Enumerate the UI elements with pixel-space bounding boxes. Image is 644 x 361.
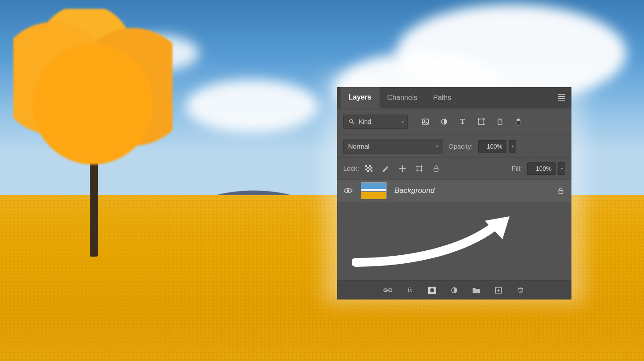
- svg-rect-19: [371, 170, 372, 172]
- lock-artboard-icon[interactable]: [415, 164, 424, 173]
- svg-rect-21: [434, 168, 438, 171]
- add-mask-icon[interactable]: [428, 286, 437, 295]
- svg-rect-20: [417, 166, 422, 171]
- svg-rect-15: [371, 167, 372, 169]
- lock-all-icon[interactable]: [432, 164, 441, 173]
- svg-rect-17: [369, 169, 371, 170]
- filter-toggle-icon[interactable]: [514, 117, 523, 126]
- svg-point-6: [478, 118, 479, 119]
- search-icon: [347, 117, 356, 126]
- annotation-arrow: [352, 210, 516, 268]
- svg-rect-12: [365, 165, 367, 167]
- layer-style-icon[interactable]: fx: [406, 286, 414, 295]
- shape-filter-icon[interactable]: [477, 117, 486, 126]
- delete-layer-icon[interactable]: [516, 286, 525, 295]
- tab-channels[interactable]: Channels: [380, 87, 426, 108]
- panel-tabs: Layers Channels Paths: [337, 87, 571, 108]
- svg-line-1: [353, 122, 354, 124]
- type-filter-icon[interactable]: T: [458, 117, 467, 126]
- blend-mode-value: Normal: [348, 142, 369, 150]
- layer-locked-icon[interactable]: [556, 186, 565, 195]
- layers-panel: Layers Channels Paths Kind ▾ T: [337, 87, 571, 290]
- chevron-down-icon: ▾: [402, 119, 404, 124]
- svg-point-28: [430, 288, 434, 292]
- svg-point-9: [483, 123, 484, 124]
- opacity-stepper[interactable]: ▾: [509, 140, 516, 153]
- new-adjustment-icon[interactable]: [450, 286, 459, 295]
- adjustment-filter-icon[interactable]: [440, 117, 448, 126]
- image-filter-icon[interactable]: [421, 117, 430, 126]
- svg-point-8: [478, 123, 479, 124]
- lock-brush-icon[interactable]: [381, 164, 390, 173]
- svg-rect-16: [365, 169, 367, 170]
- tab-paths[interactable]: Paths: [425, 87, 459, 108]
- tab-layers[interactable]: Layers: [341, 87, 380, 108]
- layer-thumbnail[interactable]: [361, 182, 387, 199]
- svg-rect-23: [559, 190, 563, 193]
- svg-rect-14: [367, 167, 369, 169]
- svg-point-7: [483, 118, 484, 119]
- svg-point-3: [424, 120, 425, 121]
- blend-mode-select[interactable]: Normal ▾: [343, 139, 443, 154]
- svg-point-11: [517, 119, 520, 121]
- lock-pixels-icon[interactable]: [364, 164, 373, 173]
- svg-point-0: [349, 119, 353, 123]
- lock-label: Lock:: [343, 165, 359, 172]
- layers-list-area[interactable]: [337, 202, 571, 280]
- panel-menu-icon[interactable]: [558, 93, 568, 103]
- fill-input[interactable]: 100%: [527, 162, 556, 175]
- svg-rect-5: [479, 119, 484, 124]
- visibility-icon[interactable]: [343, 186, 353, 195]
- opacity-input[interactable]: 100%: [478, 140, 506, 153]
- new-layer-icon[interactable]: [494, 286, 503, 295]
- new-group-icon[interactable]: [472, 286, 481, 295]
- layer-row-background[interactable]: Background: [337, 179, 571, 202]
- layers-panel-footer: fx: [337, 280, 571, 300]
- fill-label: Fill:: [512, 165, 522, 172]
- svg-rect-18: [367, 170, 369, 172]
- layer-name[interactable]: Background: [395, 186, 435, 195]
- filter-kind-label: Kind: [359, 118, 371, 125]
- opacity-label: Opacity:: [448, 142, 473, 150]
- blend-opacity-row: Normal ▾ Opacity: 100% ▾: [337, 135, 571, 158]
- svg-point-22: [347, 190, 349, 192]
- lock-position-icon[interactable]: [398, 164, 407, 173]
- fill-stepper[interactable]: ▾: [558, 162, 565, 175]
- link-layers-icon[interactable]: [383, 286, 392, 295]
- svg-rect-13: [369, 165, 371, 167]
- filter-kind-select[interactable]: Kind ▾: [343, 115, 408, 129]
- layer-filter-row: Kind ▾ T: [337, 108, 571, 135]
- smart-object-filter-icon[interactable]: [495, 117, 504, 126]
- lock-row: Lock: Fill: 100% ▾: [337, 158, 571, 179]
- chevron-down-icon: ▾: [436, 144, 438, 149]
